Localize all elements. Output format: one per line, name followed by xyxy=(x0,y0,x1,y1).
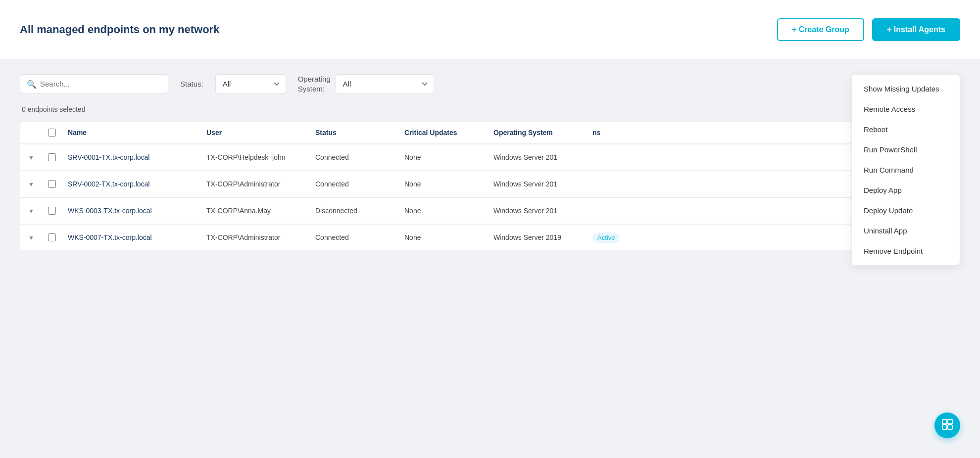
th-checkbox xyxy=(48,129,68,137)
endpoints-table: Name User Status Critical Updates Operat… xyxy=(20,121,960,251)
svg-rect-0 xyxy=(942,419,947,424)
row-checkbox-cell xyxy=(48,207,68,215)
status-filter[interactable]: All Connected Disconnected xyxy=(215,74,286,93)
context-menu-uninstall-app[interactable]: Uninstall App xyxy=(852,221,960,241)
row-checkbox-cell xyxy=(48,233,68,241)
row-user: TX-CORP\Anna.May xyxy=(206,207,315,215)
row-status: Connected xyxy=(315,233,404,241)
os-label: OperatingSystem: xyxy=(298,74,331,93)
row-expand-chevron[interactable]: ▼ xyxy=(28,153,48,161)
row-expand-chevron[interactable]: ▼ xyxy=(28,180,48,188)
row-status: Connected xyxy=(315,153,404,161)
fab-icon xyxy=(942,419,953,432)
row-name: SRV-0001-TX.tx-corp.local xyxy=(68,153,206,161)
row-name: SRV-0002-TX.tx-corp.local xyxy=(68,180,206,188)
install-agents-button[interactable]: + Install Agents xyxy=(872,18,960,41)
row-checkbox-cell xyxy=(48,180,68,188)
row-critical-updates: None xyxy=(404,153,493,161)
th-critical-updates: Critical Updates xyxy=(404,129,493,137)
status-badge: Active xyxy=(592,232,620,243)
svg-rect-2 xyxy=(942,425,947,429)
context-menu-deploy-update[interactable]: Deploy Update xyxy=(852,200,960,221)
row-expand-chevron[interactable]: ▼ xyxy=(28,233,48,241)
main-content: 🔍 Status: All Connected Disconnected Ope… xyxy=(0,59,980,266)
row-name: WKS-0003-TX.tx-corp.local xyxy=(68,207,206,215)
os-filter[interactable]: All Windows Server 2019 Windows Server 2… xyxy=(336,74,434,93)
context-menu-run-command[interactable]: Run Command xyxy=(852,160,960,180)
filters-row: 🔍 Status: All Connected Disconnected Ope… xyxy=(20,74,960,93)
row-badge: Active xyxy=(592,233,652,241)
context-menu-remote-access[interactable]: Remote Access xyxy=(852,99,960,119)
row-os: Windows Server 201 xyxy=(493,180,592,188)
context-menu-remove-endpoint[interactable]: Remove Endpoint xyxy=(852,241,960,261)
page-title: All managed endpoints on my network xyxy=(20,23,219,36)
endpoints-selected: 0 endpoints selected xyxy=(20,105,960,113)
row-user: TX-CORP\Administrator xyxy=(206,233,315,241)
search-icon: 🔍 xyxy=(27,79,37,89)
row-checkbox-cell xyxy=(48,153,68,161)
row-critical-updates: None xyxy=(404,207,493,215)
context-menu-deploy-app[interactable]: Deploy App xyxy=(852,180,960,200)
row-status: Disconnected xyxy=(315,207,404,215)
row-select-checkbox[interactable] xyxy=(48,153,56,161)
search-input[interactable] xyxy=(20,74,168,93)
row-select-checkbox[interactable] xyxy=(48,233,56,241)
row-os: Windows Server 201 xyxy=(493,207,592,215)
th-expand xyxy=(28,129,48,137)
svg-rect-1 xyxy=(948,419,952,424)
row-user: TX-CORP\Helpdesk_john xyxy=(206,153,315,161)
table-row: ▼ WKS-0003-TX.tx-corp.local TX-CORP\Anna… xyxy=(20,198,960,224)
row-name: WKS-0007-TX.tx-corp.local xyxy=(68,233,206,241)
th-os: Operating System xyxy=(493,129,592,137)
row-select-checkbox[interactable] xyxy=(48,207,56,215)
search-wrapper: 🔍 xyxy=(20,74,168,93)
table-header: Name User Status Critical Updates Operat… xyxy=(20,122,960,144)
status-label: Status: xyxy=(180,80,203,88)
row-expand-chevron[interactable]: ▼ xyxy=(28,207,48,215)
create-group-button[interactable]: + Create Group xyxy=(777,18,864,41)
table-row: ▼ SRV-0001-TX.tx-corp.local TX-CORP\Help… xyxy=(20,144,960,171)
th-status: Status xyxy=(315,129,404,137)
table-row: ▼ WKS-0007-TX.tx-corp.local TX-CORP\Admi… xyxy=(20,225,960,251)
th-user: User xyxy=(206,129,315,137)
context-menu-reboot[interactable]: Reboot xyxy=(852,119,960,139)
th-name: Name xyxy=(68,129,206,137)
th-actions: ns xyxy=(592,129,652,137)
svg-rect-3 xyxy=(948,425,952,429)
page-wrapper: All managed endpoints on my network + Cr… xyxy=(0,0,980,458)
fab-button[interactable] xyxy=(934,412,960,438)
context-menu-show-missing-updates[interactable]: Show Missing Updates xyxy=(852,79,960,99)
header: All managed endpoints on my network + Cr… xyxy=(0,0,980,59)
context-menu-run-powershell[interactable]: Run PowerShell xyxy=(852,139,960,160)
select-all-checkbox[interactable] xyxy=(48,129,56,137)
row-os: Windows Server 201 xyxy=(493,153,592,161)
row-user: TX-CORP\Administrator xyxy=(206,180,315,188)
table-row: ▼ SRV-0002-TX.tx-corp.local TX-CORP\Admi… xyxy=(20,171,960,197)
header-actions: + Create Group + Install Agents xyxy=(777,18,960,41)
row-critical-updates: None xyxy=(404,180,493,188)
row-critical-updates: None xyxy=(404,233,493,241)
os-filter-group: OperatingSystem: All Windows Server 2019… xyxy=(298,74,434,93)
row-select-checkbox[interactable] xyxy=(48,180,56,188)
context-menu: Show Missing Updates Remote Access Reboo… xyxy=(851,74,960,266)
row-os: Windows Server 2019 xyxy=(493,233,592,241)
row-status: Connected xyxy=(315,180,404,188)
